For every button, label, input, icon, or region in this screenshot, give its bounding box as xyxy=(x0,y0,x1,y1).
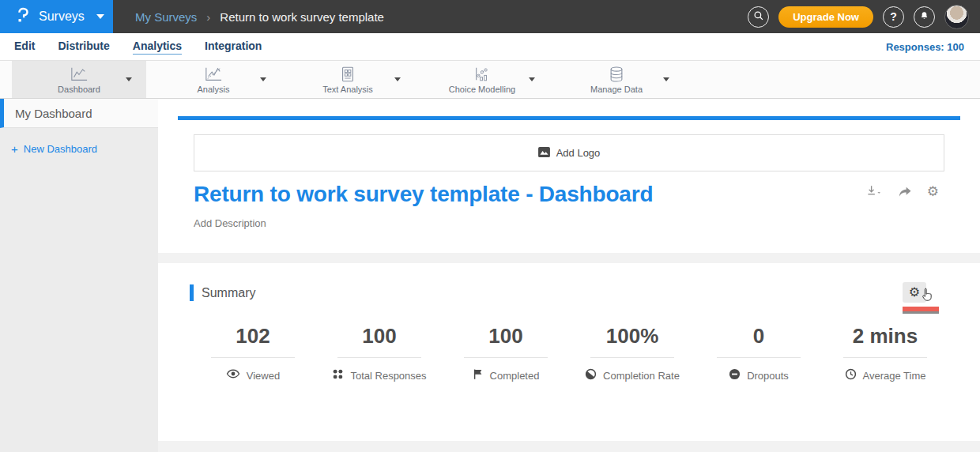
chevron-down-icon[interactable] xyxy=(529,77,535,81)
chevron-down-icon[interactable] xyxy=(394,77,401,81)
dashboard-main: Add Logo Return to work survey template … xyxy=(158,99,980,452)
chevron-down-icon[interactable] xyxy=(126,77,132,81)
download-button[interactable] xyxy=(865,184,883,198)
stat-label: Viewed xyxy=(247,370,280,382)
new-dashboard-label: New Dashboard xyxy=(24,143,97,155)
help-button[interactable]: ? xyxy=(883,6,904,28)
ribbon-label: Choice Modelling xyxy=(449,85,515,94)
analysis-chart-icon xyxy=(202,66,224,83)
dashboard-sidebar: My Dashboard + New Dashboard xyxy=(0,99,158,452)
eye-icon xyxy=(226,368,240,382)
upgrade-now-button[interactable]: Upgrade Now xyxy=(778,6,873,28)
add-logo-button[interactable]: Add Logo xyxy=(194,134,944,171)
dashboard-title[interactable]: Return to work survey template - Dashboa… xyxy=(194,182,653,207)
ribbon-label: Text Analysis xyxy=(322,85,373,94)
stat-completed: 100 Completed xyxy=(443,324,569,383)
accent-bar xyxy=(190,284,194,301)
stat-label: Average Time xyxy=(863,370,926,382)
accent-bar xyxy=(178,116,960,120)
summary-header: Summary xyxy=(190,284,255,301)
breadcrumb: My Surveys › Return to work survey templ… xyxy=(135,10,748,24)
breadcrumb-current-survey: Return to work survey template xyxy=(220,10,384,24)
questionpro-logo-icon xyxy=(14,6,32,28)
user-avatar[interactable] xyxy=(944,5,969,29)
stat-value: 2 mins xyxy=(843,324,927,358)
page-background-band xyxy=(158,441,980,452)
hand-cursor-icon xyxy=(920,287,935,307)
minus-circle-icon xyxy=(729,368,741,383)
breadcrumb-my-surveys[interactable]: My Surveys xyxy=(135,10,197,24)
breadcrumb-separator: › xyxy=(206,10,210,24)
stat-completion-rate: 100% Completion Rate xyxy=(569,324,695,383)
choice-modelling-icon xyxy=(472,66,492,83)
search-icon xyxy=(753,10,764,24)
stat-dropouts: 0 Dropouts xyxy=(695,324,822,383)
stat-label: Total Responses xyxy=(350,370,426,382)
add-description-button[interactable]: Add Description xyxy=(194,217,266,229)
title-actions: ⚙ xyxy=(865,184,939,198)
stat-total-responses: 100 Total Responses xyxy=(316,324,443,383)
summary-stats: 102 Viewed 100 Total Responses xyxy=(190,324,948,383)
add-logo-label: Add Logo xyxy=(556,147,601,159)
ribbon-item-dashboard[interactable]: Dashboard xyxy=(12,61,146,98)
image-icon xyxy=(538,146,550,160)
stat-value: 100% xyxy=(590,324,674,358)
tab-distribute[interactable]: Distribute xyxy=(58,40,109,55)
top-bar: Surveys My Surveys › Return to work surv… xyxy=(0,0,980,33)
ribbon-item-choice-modelling[interactable]: Choice Modelling xyxy=(415,61,549,98)
ribbon-label: Dashboard xyxy=(58,85,100,94)
grid-dots-icon xyxy=(332,368,344,383)
stat-value: 0 xyxy=(717,324,801,358)
product-switcher[interactable]: Surveys xyxy=(0,0,113,33)
contrast-circle-icon xyxy=(585,368,597,383)
annotation-highlight-bar xyxy=(903,307,939,311)
chevron-down-icon[interactable] xyxy=(260,77,266,81)
notifications-button[interactable] xyxy=(914,6,935,28)
tab-edit[interactable]: Edit xyxy=(14,40,35,55)
text-analysis-icon xyxy=(338,66,357,83)
analytics-ribbon: Dashboard Analysis Text Analysis Choice … xyxy=(0,61,980,99)
topbar-actions: Upgrade Now ? xyxy=(748,5,980,29)
ribbon-item-analysis[interactable]: Analysis xyxy=(146,61,281,98)
database-icon xyxy=(607,66,626,83)
stat-label: Completed xyxy=(490,370,540,382)
ribbon-label: Manage Data xyxy=(590,85,643,94)
product-name: Surveys xyxy=(39,9,85,24)
question-mark-icon: ? xyxy=(890,10,897,23)
stat-viewed: 102 Viewed xyxy=(190,324,316,383)
tab-analytics[interactable]: Analytics xyxy=(133,40,182,55)
stat-label: Dropouts xyxy=(747,370,789,382)
ribbon-item-manage-data[interactable]: Manage Data xyxy=(549,61,684,98)
survey-nav: Edit Distribute Analytics Integration Re… xyxy=(0,33,980,61)
new-dashboard-button[interactable]: + New Dashboard xyxy=(0,128,158,156)
chevron-down-icon[interactable] xyxy=(663,77,669,81)
chevron-down-icon xyxy=(96,14,104,19)
summary-settings-annotation: ⚙ xyxy=(903,282,939,311)
dashboard-header-card: Add Logo Return to work survey template … xyxy=(158,99,980,253)
clock-icon xyxy=(845,368,857,383)
search-button[interactable] xyxy=(748,6,769,28)
share-button[interactable] xyxy=(897,185,913,198)
plus-icon: + xyxy=(11,142,18,156)
responses-count[interactable]: Responses: 100 xyxy=(886,41,964,53)
title-settings-button[interactable]: ⚙ xyxy=(927,185,939,198)
stat-value: 100 xyxy=(337,324,421,358)
stat-label: Completion Rate xyxy=(603,370,680,382)
stat-value: 102 xyxy=(211,324,295,358)
gear-icon: ⚙ xyxy=(909,286,920,299)
app-window: Surveys My Surveys › Return to work surv… xyxy=(0,0,980,452)
tab-integration[interactable]: Integration xyxy=(205,40,262,55)
bell-icon xyxy=(919,10,929,24)
ribbon-label: Analysis xyxy=(198,85,230,94)
summary-title: Summary xyxy=(202,286,255,300)
summary-card: Summary ⚙ 102 Viewed xyxy=(158,263,980,441)
ribbon-item-text-analysis[interactable]: Text Analysis xyxy=(281,61,415,98)
sidebar-item-my-dashboard[interactable]: My Dashboard xyxy=(0,99,158,128)
dashboard-chart-icon xyxy=(68,66,90,83)
stat-average-time: 2 mins Average Time xyxy=(822,324,948,383)
stat-value: 100 xyxy=(464,324,548,358)
flag-icon xyxy=(473,368,484,383)
